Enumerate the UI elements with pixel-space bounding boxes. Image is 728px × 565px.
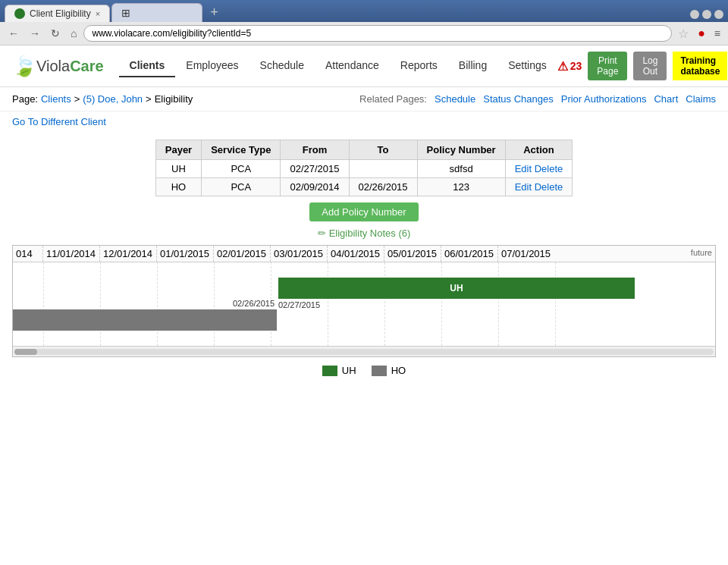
tl-date-7: 05/01/2015 bbox=[384, 246, 441, 262]
legend-uh: UH bbox=[322, 365, 356, 376]
gridline-9 bbox=[555, 262, 556, 346]
gridline-7 bbox=[441, 262, 442, 346]
add-policy-wrapper: Add Policy Number bbox=[12, 202, 716, 221]
row2-action: Edit Delete bbox=[505, 178, 573, 196]
timeline-header: 014 11/01/2014 12/01/2014 01/01/2015 02/… bbox=[13, 246, 715, 262]
table-header-row: Payer Service Type From To Policy Number… bbox=[155, 140, 572, 160]
breadcrumb-current: Eligibility bbox=[155, 93, 193, 105]
forward-button[interactable]: → bbox=[26, 26, 44, 41]
legend-uh-label: UH bbox=[342, 365, 356, 376]
go-different-client-link[interactable]: Go To Different Client bbox=[12, 116, 106, 127]
col-payer: Payer bbox=[155, 140, 201, 160]
breadcrumb: Page: Clients > (5) Doe, John > Eligibil… bbox=[12, 93, 193, 105]
scrollbar-thumb[interactable] bbox=[14, 349, 37, 355]
related-prior-auth[interactable]: Prior Authorizations bbox=[561, 93, 647, 105]
row2-delete-link[interactable]: Delete bbox=[535, 181, 563, 193]
row1-to bbox=[349, 160, 417, 178]
nav-schedule[interactable]: Schedule bbox=[249, 55, 315, 77]
tl-date-0: 014 bbox=[13, 246, 43, 262]
close-button[interactable] bbox=[714, 10, 723, 19]
tab-close-button[interactable]: × bbox=[96, 9, 100, 18]
row1-edit-link[interactable]: Edit bbox=[515, 163, 532, 174]
tab-icon: ⊞ bbox=[121, 7, 130, 19]
app-header: 🍃 ViolaCare Clients Employees Schedule A… bbox=[0, 46, 728, 87]
gridline-8 bbox=[498, 262, 499, 346]
print-button[interactable]: Print Page bbox=[588, 52, 627, 80]
timeline-scrollbar[interactable] bbox=[13, 346, 715, 356]
eligibility-notes-link[interactable]: ✏ Eligibility Notes (6) bbox=[318, 228, 411, 239]
main-nav: Clients Employees Schedule Attendance Re… bbox=[119, 55, 557, 77]
inactive-tab[interactable]: ⊞ bbox=[111, 3, 202, 22]
timeline-body[interactable]: UH 02/27/2015 02/26/2015 bbox=[13, 262, 715, 346]
breadcrumb-clients[interactable]: Clients bbox=[41, 93, 71, 105]
gridline-5 bbox=[328, 262, 328, 346]
legend: UH HO bbox=[12, 365, 716, 376]
eligibility-table: Payer Service Type From To Policy Number… bbox=[155, 140, 573, 196]
nav-clients[interactable]: Clients bbox=[119, 55, 176, 77]
alert-icon: ⚠ bbox=[557, 59, 568, 74]
timeline-dates-row: 014 11/01/2014 12/01/2014 01/01/2015 02/… bbox=[13, 246, 715, 262]
nav-reports[interactable]: Reports bbox=[390, 55, 448, 77]
related-chart[interactable]: Chart bbox=[654, 93, 678, 105]
menu-icon[interactable]: ≡ bbox=[711, 27, 723, 39]
nav-attendance[interactable]: Attendance bbox=[315, 55, 390, 77]
nav-billing[interactable]: Billing bbox=[448, 55, 497, 77]
row2-to: 02/26/2015 bbox=[349, 178, 417, 196]
row1-from: 02/27/2015 bbox=[281, 160, 349, 178]
row1-delete-link[interactable]: Delete bbox=[535, 163, 563, 174]
logo-text: ViolaCare bbox=[36, 58, 104, 75]
tl-date-2: 12/01/2014 bbox=[100, 246, 157, 262]
url-bar[interactable] bbox=[83, 25, 672, 42]
logout-button[interactable]: Log Out bbox=[633, 52, 667, 80]
minimize-button[interactable] bbox=[690, 10, 699, 19]
browser-chrome: Client Eligibility × ⊞ + bbox=[0, 0, 728, 22]
home-button[interactable]: ⌂ bbox=[67, 26, 80, 41]
col-service-type: Service Type bbox=[202, 140, 281, 160]
restore-button[interactable] bbox=[702, 10, 711, 19]
bookmark-icon[interactable]: ☆ bbox=[675, 27, 692, 41]
col-policy-number: Policy Number bbox=[417, 140, 505, 160]
legend-ho: HO bbox=[372, 365, 406, 376]
timeline-wrapper: 014 11/01/2014 12/01/2014 01/01/2015 02/… bbox=[12, 245, 716, 357]
row2-edit-link[interactable]: Edit bbox=[515, 181, 532, 193]
active-tab[interactable]: Client Eligibility × bbox=[5, 5, 110, 22]
uh-start-date-label: 02/27/2015 bbox=[278, 300, 320, 309]
row1-action: Edit Delete bbox=[505, 160, 573, 178]
security-icon: ● bbox=[695, 27, 708, 40]
tab-bar: Client Eligibility × ⊞ + bbox=[5, 3, 723, 22]
row2-from: 02/09/2014 bbox=[281, 178, 349, 196]
training-badge: Training database bbox=[673, 52, 727, 80]
header-actions: ⚠ 23 Print Page Log Out Training databas… bbox=[557, 52, 728, 80]
tl-date-8: 06/01/2015 bbox=[441, 246, 498, 262]
tl-date-9: 07/01/2015 bbox=[498, 246, 555, 262]
tl-date-5: 03/01/2015 bbox=[271, 246, 328, 262]
back-button[interactable]: ← bbox=[5, 26, 23, 41]
tl-date-4: 02/01/2015 bbox=[214, 246, 271, 262]
col-action: Action bbox=[505, 140, 573, 160]
main-content: Payer Service Type From To Policy Number… bbox=[0, 132, 728, 384]
gridline-6 bbox=[384, 262, 385, 346]
tl-date-3: 01/01/2015 bbox=[157, 246, 214, 262]
gridline-1 bbox=[100, 262, 101, 346]
related-schedule[interactable]: Schedule bbox=[435, 93, 475, 105]
alert-badge: ⚠ 23 bbox=[557, 59, 582, 74]
breadcrumb-bar: Page: Clients > (5) Doe, John > Eligibil… bbox=[0, 87, 728, 111]
scrollbar-track bbox=[14, 349, 714, 355]
row2-service-type: PCA bbox=[202, 178, 281, 196]
related-claims[interactable]: Claims bbox=[686, 93, 716, 105]
legend-ho-color bbox=[372, 366, 387, 376]
breadcrumb-client-name[interactable]: (5) Doe, John bbox=[83, 93, 143, 105]
eligibility-table-wrapper: Payer Service Type From To Policy Number… bbox=[12, 140, 716, 196]
ho-end-date-label: 02/26/2015 bbox=[233, 299, 275, 308]
tab-favicon bbox=[14, 8, 25, 19]
add-policy-button[interactable]: Add Policy Number bbox=[309, 202, 418, 221]
related-status-changes[interactable]: Status Changes bbox=[483, 93, 554, 105]
new-tab-button[interactable]: + bbox=[204, 5, 224, 20]
reload-button[interactable]: ↻ bbox=[47, 26, 64, 41]
uh-bar: UH bbox=[278, 278, 635, 299]
legend-uh-color bbox=[322, 366, 337, 376]
nav-settings[interactable]: Settings bbox=[497, 55, 557, 77]
row2-payer: HO bbox=[155, 178, 201, 196]
nav-employees[interactable]: Employees bbox=[175, 55, 249, 77]
related-pages-label: Related Pages: bbox=[359, 93, 427, 105]
